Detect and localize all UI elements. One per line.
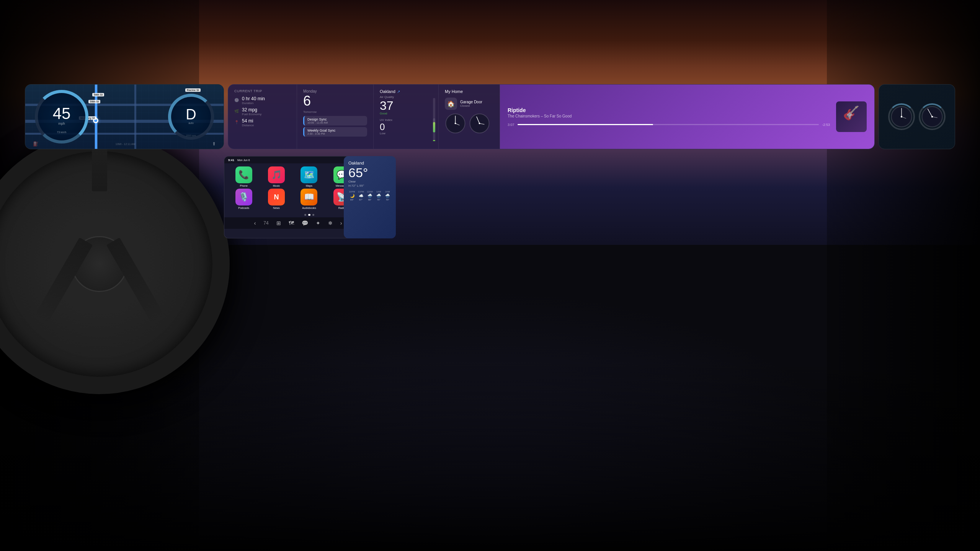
nav-maps-button[interactable]: 🗺 xyxy=(289,220,294,226)
air-location: Oakland ↗ xyxy=(380,89,432,94)
music-artist: The Chainsmokers – So Far So Good xyxy=(508,114,830,118)
uv-slider-fill xyxy=(433,140,435,141)
music-time-current: 3:07 xyxy=(508,123,514,127)
hour-2am-time: 2AM xyxy=(385,191,390,193)
trip-distance-item: 📍 54 mi Distance xyxy=(234,118,291,127)
music-info: Riptide The Chainsmokers – So Far So Goo… xyxy=(508,107,830,127)
nav-climate-button[interactable]: ❄ xyxy=(328,220,333,226)
news-app-icon[interactable]: N xyxy=(268,189,285,205)
driver-cluster: 58th St Racine St 59th St McAuley St 45 … xyxy=(25,84,224,149)
analog-clock-1 xyxy=(445,113,466,134)
trip-duration-label: Duration xyxy=(242,101,265,105)
app-maps[interactable]: 🗺️ Maps xyxy=(294,166,325,187)
air-quality-value: 37 xyxy=(380,99,432,112)
svg-point-11 xyxy=(901,116,902,117)
svg-line-10 xyxy=(902,117,906,118)
page-dot-2-active[interactable] xyxy=(308,214,310,216)
weather-condition: Clear xyxy=(348,180,391,183)
podcasts-app-icon[interactable]: 🎙️ xyxy=(235,189,252,205)
street-label-58th: 58th St xyxy=(92,93,104,96)
app-audiobooks[interactable]: 📖 Audiobooks xyxy=(294,189,325,209)
podcasts-app-label: Podcasts xyxy=(238,207,249,209)
garage-icon-bg: 🏠 xyxy=(445,98,457,110)
fuel-distance: 10MI - 12:11 AM xyxy=(116,143,135,145)
speed-kmh: 73 km/h xyxy=(57,131,67,134)
nav-back-button[interactable]: ‹ xyxy=(254,220,256,226)
music-progress-bar-container[interactable]: 3:07 -2:53 xyxy=(508,123,830,127)
music-app-label: Music xyxy=(273,184,280,187)
app-news[interactable]: N News xyxy=(261,189,292,209)
calendar-event-2[interactable]: Weekly Goal Sync 2:30 - 3:30 PM xyxy=(303,127,367,137)
audiobooks-app-icon[interactable]: 📖 xyxy=(301,189,317,205)
weather-panel: Oakland 65° Clear H:72° L:55° 10PM 🌙 65°… xyxy=(344,156,396,238)
maps-app-icon[interactable]: 🗺️ xyxy=(301,166,317,183)
trip-fuel-item: 🌿 32 mpg Fuel Economy xyxy=(234,107,291,116)
air-quality-label: Air Quality xyxy=(380,95,432,99)
map-road-v2 xyxy=(134,85,136,149)
calendar-event-1[interactable]: Design Sync 10:00 - 11:00 AM xyxy=(303,116,367,126)
trip-duration-item: 🕐 0 hr 40 min Duration xyxy=(234,96,291,105)
home-garage-item[interactable]: 🏠 Garage Door Closed xyxy=(445,98,493,110)
weather-hour-12am: 12AM 🌧️ 68° xyxy=(366,191,373,201)
app-music[interactable]: 🎵 Music xyxy=(261,166,292,187)
calendar-event-1-name: Design Sync xyxy=(307,117,364,121)
calendar-date: 6 xyxy=(303,94,367,108)
weather-hour-11pm: 11PM ☁️ 67° xyxy=(357,191,364,201)
page-dot-3[interactable] xyxy=(312,214,314,216)
phone-app-icon[interactable]: 📞 xyxy=(235,166,252,183)
hour-2am-temp: 70° xyxy=(386,199,389,201)
nav-phone-button[interactable]: ✦ xyxy=(316,220,320,226)
svg-point-7 xyxy=(479,123,480,124)
gear-letter: D xyxy=(186,107,196,122)
trip-widget: Current Trip 🕐 0 hr 40 min Duration 🌿 32… xyxy=(228,85,297,149)
gear-gauge-ring: D auto xyxy=(168,94,214,140)
distance-icon: 📍 xyxy=(234,120,240,126)
spoke-right xyxy=(34,238,93,325)
hour-1am-time: 1AM xyxy=(376,191,381,193)
gear-gauge: D auto 2010 rpm xyxy=(168,94,214,140)
trip-fuel-label: Fuel Economy xyxy=(242,112,261,116)
rpm-display: 2010 rpm xyxy=(186,134,196,137)
calendar-day-name: Monday xyxy=(303,89,367,93)
weather-low: L:55° xyxy=(357,184,364,187)
music-artwork: 🎸 xyxy=(836,101,867,132)
clocks-container xyxy=(445,113,493,134)
app-phone[interactable]: 📞 Phone xyxy=(228,166,259,187)
air-quality-widget: Oakland ↗ Air Quality 37 Good UV Index 0… xyxy=(374,85,439,149)
weather-hourly-row: 10PM 🌙 65° 11PM ☁️ 67° 12AM 🌧️ 68° 1AM 🌧… xyxy=(348,191,391,201)
nav-messages-button[interactable]: 💬 xyxy=(302,220,308,226)
page-dot-1[interactable] xyxy=(304,214,306,216)
hour-11pm-time: 11PM xyxy=(358,191,364,193)
hour-10pm-time: 10PM xyxy=(349,191,355,193)
cluster-status: ⛽ 10MI - 12:11 AM ⬆ xyxy=(33,141,216,147)
trip-distance-label: Distance xyxy=(242,124,254,127)
svg-line-13 xyxy=(928,109,932,117)
svg-point-3 xyxy=(455,123,456,124)
nav-forward-button[interactable]: › xyxy=(340,220,342,226)
hour-1am-temp: 70° xyxy=(377,199,381,201)
location-arrow-icon: ↗ xyxy=(397,90,400,94)
infotainment-area: Current Trip 🕐 0 hr 40 min Duration 🌿 32… xyxy=(228,84,875,149)
fuel-icon: ⛽ xyxy=(33,141,39,147)
calendar-sub: Tomorrow xyxy=(303,110,367,114)
audiobooks-app-label: Audiobooks xyxy=(302,207,316,209)
garage-info: Garage Door Closed xyxy=(460,100,482,108)
hour-12am-time: 12AM xyxy=(367,191,373,193)
music-app-icon[interactable]: 🎵 xyxy=(268,166,285,183)
music-song-title: Riptide xyxy=(508,107,830,113)
weather-hourly-container: 10PM 🌙 65° 11PM ☁️ 67° 12AM 🌧️ 68° 1AM 🌧… xyxy=(348,191,391,201)
calendar-event-2-name: Weekly Goal Sync xyxy=(307,129,364,132)
app-podcasts[interactable]: 🎙️ Podcasts xyxy=(228,189,259,209)
street-label-racine: Racine St xyxy=(185,88,201,92)
garage-status: Closed xyxy=(460,104,482,108)
music-progress-bar[interactable] xyxy=(518,124,819,125)
music-progress-fill xyxy=(518,124,653,125)
hour-11pm-icon: ☁️ xyxy=(359,194,363,198)
trip-fuel-value: 32 mpg xyxy=(242,107,261,112)
weather-temp: 65° xyxy=(348,166,391,179)
music-widget[interactable]: Riptide The Chainsmokers – So Far So Goo… xyxy=(500,85,874,149)
widget-bar: Current Trip 🕐 0 hr 40 min Duration 🌿 32… xyxy=(228,84,875,149)
weather-hour-10pm: 10PM 🌙 65° xyxy=(348,191,356,201)
weather-high: H:72° xyxy=(348,184,356,187)
nav-grid-button[interactable]: ⊞ xyxy=(276,220,281,226)
